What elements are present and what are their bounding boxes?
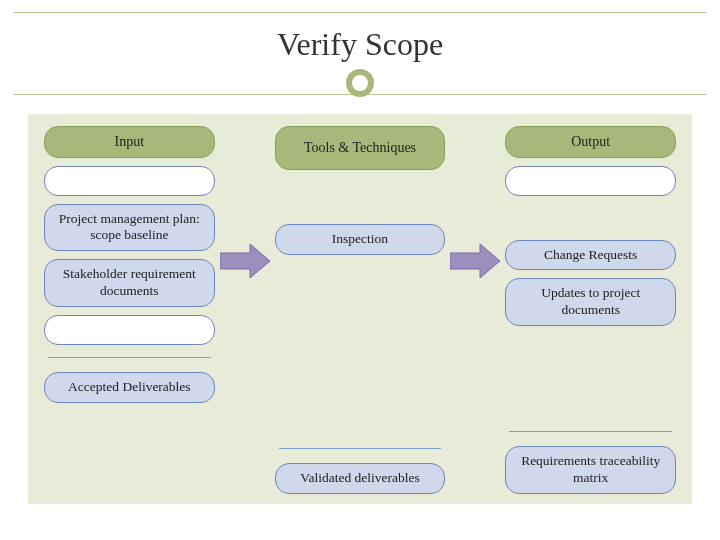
tools-divider	[279, 448, 442, 449]
input-item-blank-2	[44, 315, 215, 345]
arrow-right-icon	[220, 244, 270, 278]
tools-below-validated-deliverables: Validated deliverables	[275, 463, 446, 494]
output-item-updates-docs: Updates to project documents	[505, 278, 676, 326]
diagram-panel: Input Project management plan: scope bas…	[28, 114, 692, 504]
output-divider	[509, 431, 672, 432]
arrow-right-icon	[450, 244, 500, 278]
col-output: Output Change Requests Updates to projec…	[505, 126, 676, 494]
page-title: Verify Scope	[0, 26, 720, 63]
arrow-input-to-tools	[215, 126, 275, 494]
col-input: Input Project management plan: scope bas…	[44, 126, 215, 494]
header-output: Output	[505, 126, 676, 158]
output-flex-spacer	[505, 334, 676, 419]
tools-spacer	[275, 178, 446, 216]
input-item-pm-plan: Project management plan: scope baseline	[44, 204, 215, 252]
output-below-traceability-matrix: Requirements traceability matrix	[505, 446, 676, 494]
col-tools: Tools & Techniques Inspection Validated …	[275, 126, 446, 494]
input-item-stakeholder-docs: Stakeholder requirement documents	[44, 259, 215, 307]
header-input: Input	[44, 126, 215, 158]
svg-marker-0	[220, 244, 270, 278]
input-divider	[48, 357, 211, 358]
title-ring-icon	[346, 69, 374, 97]
svg-marker-1	[450, 244, 500, 278]
header-tools: Tools & Techniques	[275, 126, 446, 170]
top-rule	[14, 12, 706, 13]
arrow-tools-to-output	[445, 126, 505, 494]
output-spacer	[505, 204, 676, 232]
tools-item-inspection: Inspection	[275, 224, 446, 255]
input-item-blank-1	[44, 166, 215, 196]
input-below-accepted-deliverables: Accepted Deliverables	[44, 372, 215, 403]
output-item-change-requests: Change Requests	[505, 240, 676, 271]
output-item-blank-1	[505, 166, 676, 196]
tools-flex-spacer	[275, 263, 446, 436]
